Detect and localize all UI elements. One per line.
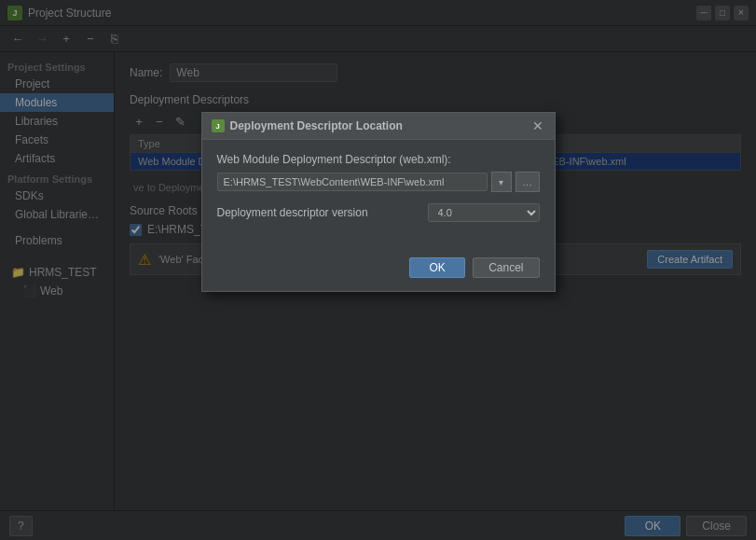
modal-close-button[interactable]: ✕	[530, 118, 545, 133]
modal-dropdown-button[interactable]: ▾	[491, 172, 512, 192]
modal-body: Web Module Deployment Descriptor (web.xm…	[202, 140, 555, 250]
modal-cancel-button[interactable]: Cancel	[473, 257, 539, 278]
modal-title: Deployment Descriptor Location	[230, 119, 403, 132]
modal-title-bar: J Deployment Descriptor Location ✕	[202, 113, 555, 140]
modal-icon: J	[212, 119, 225, 132]
modal-version-select[interactable]: 4.0 3.1 3.0 2.5 2.4	[428, 203, 540, 222]
modal-version-row: Deployment descriptor version 4.0 3.1 3.…	[217, 203, 540, 222]
modal-path-input[interactable]	[217, 173, 488, 191]
deployment-descriptor-dialog: J Deployment Descriptor Location ✕ Web M…	[201, 112, 556, 292]
modal-descriptor-label: Web Module Deployment Descriptor (web.xm…	[217, 153, 540, 166]
modal-title-left: J Deployment Descriptor Location	[212, 119, 403, 132]
modal-overlay: J Deployment Descriptor Location ✕ Web M…	[0, 0, 756, 540]
modal-version-label: Deployment descriptor version	[217, 206, 420, 219]
modal-footer: OK Cancel	[202, 250, 555, 291]
modal-browse-button[interactable]: …	[515, 172, 540, 192]
modal-path-row: ▾ …	[217, 172, 540, 192]
modal-ok-button[interactable]: OK	[409, 257, 465, 278]
